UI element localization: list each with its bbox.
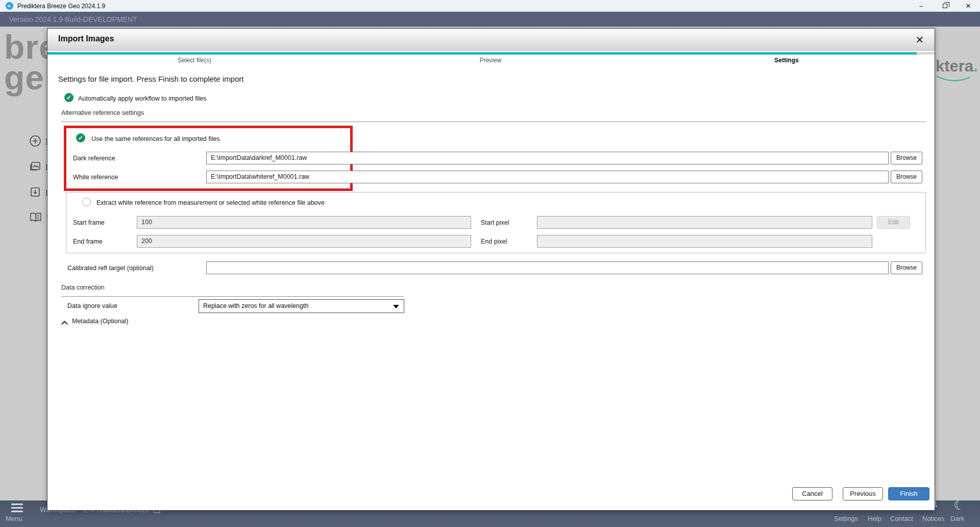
data-ignore-dropdown[interactable]: Replace with zeros for all wavelength bbox=[199, 299, 404, 313]
step-settings[interactable]: Settings bbox=[774, 57, 798, 64]
white-reference-input[interactable]: E:\ImportData\whiteref_M0001.raw bbox=[206, 171, 889, 183]
sidebar-item-import[interactable]: I bbox=[29, 186, 48, 200]
calibrated-target-input[interactable] bbox=[206, 261, 889, 274]
white-reference-browse-button[interactable]: Browse bbox=[891, 171, 922, 183]
menu-icon[interactable] bbox=[11, 504, 23, 514]
minimize-button[interactable]: – bbox=[910, 0, 933, 12]
window-close-button[interactable]: ✕ bbox=[957, 0, 980, 12]
chevron-down-icon bbox=[393, 305, 399, 308]
dialog-close-button[interactable]: ✕ bbox=[913, 33, 926, 46]
step-preview[interactable]: Preview bbox=[480, 57, 502, 64]
metadata-toggle-label[interactable]: Metadata (Optional) bbox=[72, 318, 128, 325]
menu-label[interactable]: Menu bbox=[6, 515, 22, 522]
chevron-up-icon[interactable] bbox=[61, 321, 67, 324]
tutorials-book-icon bbox=[29, 211, 42, 226]
end-frame-label: End frame bbox=[73, 238, 103, 245]
notices-label[interactable]: Notices bbox=[922, 515, 944, 522]
images-icon bbox=[29, 160, 41, 175]
sidebar-item-images[interactable]: I bbox=[29, 160, 48, 175]
window-title: Prediktera Breeze Geo 2024.1.9 bbox=[17, 3, 105, 10]
start-pixel-label: Start pixel bbox=[481, 219, 509, 226]
application-window: b. Prediktera Breeze Geo 2024.1.9 – ✕ Ve… bbox=[0, 0, 980, 527]
dark-reference-input[interactable]: E:\ImportData\darkref_M0001.raw bbox=[206, 152, 889, 164]
extract-reference-radio[interactable] bbox=[82, 198, 91, 206]
cancel-button[interactable]: Cancel bbox=[792, 487, 832, 500]
new-circle-plus-icon bbox=[29, 135, 41, 149]
contact-label[interactable]: Contact bbox=[890, 515, 913, 522]
end-pixel-input[interactable] bbox=[537, 235, 872, 248]
white-reference-label: White reference bbox=[73, 174, 118, 181]
step-select-files[interactable]: Select file(s) bbox=[178, 57, 211, 64]
finish-button[interactable]: Finish bbox=[888, 487, 929, 500]
end-frame-input[interactable]: 200 bbox=[137, 235, 471, 248]
end-pixel-label: End pixel bbox=[481, 238, 507, 245]
dark-reference-browse-button[interactable]: Browse bbox=[891, 152, 922, 164]
alt-ref-section-label: Alternative reference settings bbox=[61, 109, 144, 116]
start-frame-label: Start frame bbox=[73, 219, 105, 226]
import-images-dialog: Import Images ✕ Select file(s) Preview S… bbox=[47, 28, 935, 511]
settings-heading: Settings for file import. Press Finish t… bbox=[58, 75, 243, 83]
same-refs-checkbox[interactable]: ✓ bbox=[76, 133, 85, 142]
settings-label[interactable]: Settings bbox=[834, 515, 858, 522]
dialog-title: Import Images bbox=[58, 34, 114, 43]
start-pixel-input[interactable] bbox=[537, 216, 872, 229]
dark-label[interactable]: Dark bbox=[950, 515, 964, 522]
alt-ref-divider bbox=[61, 122, 926, 122]
calibrated-target-label: Calibrated refl target (optional) bbox=[67, 265, 154, 272]
same-refs-label: Use the same references for all imported… bbox=[91, 135, 220, 142]
version-text: Version 2024.1.9 Build-DEVELOPMENT bbox=[9, 15, 137, 23]
app-logo-icon: b. bbox=[6, 2, 13, 10]
logo-swoosh-icon bbox=[936, 75, 971, 84]
import-icon bbox=[29, 186, 41, 200]
restore-button[interactable] bbox=[933, 0, 957, 12]
version-banner: Version 2024.1.9 Build-DEVELOPMENT bbox=[0, 12, 980, 27]
os-titlebar: b. Prediktera Breeze Geo 2024.1.9 – ✕ bbox=[0, 0, 980, 12]
wizard-progress-fill bbox=[47, 52, 917, 55]
edit-button[interactable]: Edit bbox=[877, 216, 910, 229]
prediktera-logo-fragment: ktera. bbox=[936, 57, 978, 76]
calibrated-target-browse-button[interactable]: Browse bbox=[891, 261, 922, 274]
extract-reference-label: Extract white reference from measurement… bbox=[96, 199, 325, 206]
auto-workflow-checkbox[interactable]: ✓ bbox=[64, 93, 74, 102]
data-ignore-label: Data ignore value bbox=[67, 302, 117, 309]
dark-mode-moon-icon[interactable]: ☾ bbox=[953, 497, 965, 513]
previous-button[interactable]: Previous bbox=[843, 487, 883, 500]
data-ignore-value: Replace with zeros for all wavelength bbox=[203, 302, 308, 309]
data-correction-section-label: Data correction bbox=[61, 284, 105, 291]
start-frame-input[interactable]: 100 bbox=[137, 216, 471, 229]
restore-icon bbox=[943, 4, 947, 8]
data-correction-divider bbox=[61, 296, 404, 297]
help-label[interactable]: Help bbox=[868, 515, 881, 522]
dialog-header bbox=[47, 29, 935, 51]
auto-workflow-label: Automatically apply workflow to imported… bbox=[78, 95, 207, 102]
dark-reference-label: Dark reference bbox=[73, 155, 115, 162]
wizard-progress-track bbox=[47, 52, 935, 55]
